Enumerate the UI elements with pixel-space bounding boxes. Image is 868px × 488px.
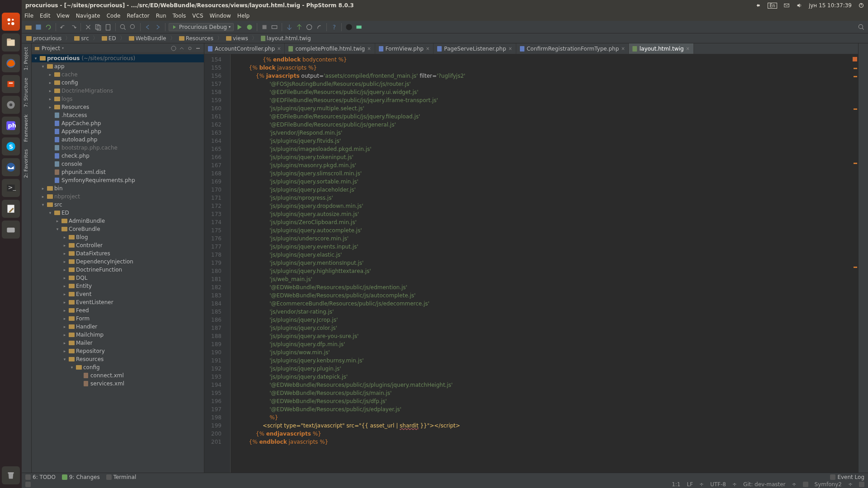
line-separator[interactable]: LF xyxy=(687,481,693,488)
menu-window[interactable]: Window xyxy=(210,13,231,19)
vcs-history-icon[interactable] xyxy=(305,23,313,31)
tree-row[interactable]: ▸AdminBundle xyxy=(32,217,204,225)
tree-expand-icon[interactable]: ▸ xyxy=(62,267,67,272)
tree-row[interactable]: ▾src xyxy=(32,201,204,209)
tree-expand-icon[interactable]: ▸ xyxy=(62,243,67,248)
keyboard-layout-indicator[interactable]: En xyxy=(768,3,777,9)
menu-refactor[interactable]: Refactor xyxy=(127,13,149,19)
tree-row[interactable]: AppKernel.php xyxy=(32,127,204,136)
mail-icon[interactable] xyxy=(783,2,790,9)
tree-expand-icon[interactable]: ▸ xyxy=(48,72,52,77)
tree-row[interactable]: SymfonyRequirements.php xyxy=(32,176,204,184)
tree-row[interactable]: ▸DoctrineFunction xyxy=(32,266,204,274)
tree-row[interactable]: ▸Event xyxy=(32,290,204,298)
tree-row[interactable]: ▸bin xyxy=(32,184,204,192)
tree-row[interactable]: connect.xml xyxy=(32,371,204,380)
tree-row[interactable]: ▸Feed xyxy=(32,306,204,314)
launcher-files-icon[interactable] xyxy=(2,33,20,52)
menu-file[interactable]: File xyxy=(24,13,33,19)
tree-expand-icon[interactable]: ▾ xyxy=(48,211,52,215)
power-icon[interactable] xyxy=(858,2,864,9)
tree-row[interactable]: console xyxy=(32,160,204,168)
tree-row[interactable]: ▸DQL xyxy=(32,274,204,282)
memory-indicator-icon[interactable] xyxy=(859,482,864,487)
launcher-device-icon[interactable] xyxy=(2,221,20,239)
forward-icon[interactable] xyxy=(154,23,162,31)
launcher-phpstorm-icon[interactable]: php xyxy=(2,117,20,135)
find-icon[interactable] xyxy=(119,23,127,31)
tree-row[interactable]: ▾procurious(~/sites/procurious) xyxy=(32,54,204,62)
tree-expand-icon[interactable]: ▸ xyxy=(62,324,67,329)
tree-row[interactable]: ▸Controller xyxy=(32,241,204,249)
tree-expand-icon[interactable]: ▸ xyxy=(62,341,67,345)
tree-row[interactable]: autoload.php xyxy=(32,136,204,144)
tool-windows-toggle-icon[interactable] xyxy=(25,482,31,487)
tree-expand-icon[interactable]: ▸ xyxy=(41,186,45,191)
warning-mark[interactable] xyxy=(854,267,857,268)
tree-expand-icon[interactable]: ▸ xyxy=(48,105,52,109)
tree-row[interactable]: ▸Form xyxy=(32,314,204,323)
run-icon[interactable] xyxy=(236,23,244,31)
todo-tool-button[interactable]: 6: TODO xyxy=(25,474,56,480)
tree-row[interactable]: ▸EventListener xyxy=(32,298,204,306)
terminal-tool-button[interactable]: Terminal xyxy=(106,474,137,480)
collapse-all-icon[interactable] xyxy=(179,45,185,52)
tree-expand-icon[interactable]: ▸ xyxy=(48,89,52,93)
menu-help[interactable]: Help xyxy=(237,13,250,19)
clock[interactable]: јун 15 10:37:39 xyxy=(809,2,852,9)
hide-panel-icon[interactable] xyxy=(195,45,201,52)
breadcrumb-item[interactable]: views xyxy=(224,35,250,42)
tree-row[interactable]: ▸Repository xyxy=(32,347,204,355)
launcher-dash-icon[interactable] xyxy=(2,13,20,31)
vcs-revert-icon[interactable] xyxy=(315,23,323,31)
close-tab-icon[interactable]: × xyxy=(686,46,689,51)
vcs-commit-icon[interactable] xyxy=(295,23,303,31)
sync-icon[interactable] xyxy=(755,2,761,9)
cut-icon[interactable] xyxy=(84,23,92,31)
tree-row[interactable]: services.xml xyxy=(32,380,204,388)
editor-tab[interactable]: FormView.php× xyxy=(375,43,434,54)
panel-settings-icon[interactable] xyxy=(187,45,193,52)
refresh-icon[interactable] xyxy=(44,23,52,31)
framework-indicator[interactable]: Symfony2 xyxy=(815,481,842,488)
breadcrumb-item[interactable]: src xyxy=(72,35,91,42)
tree-row[interactable]: ▸DependencyInjection xyxy=(32,258,204,266)
launcher-firefox-icon[interactable] xyxy=(2,54,20,72)
tree-expand-icon[interactable]: ▾ xyxy=(41,202,45,207)
tree-expand-icon[interactable]: ▸ xyxy=(62,316,67,321)
tree-expand-icon[interactable]: ▸ xyxy=(62,235,67,239)
tree-expand-icon[interactable]: ▸ xyxy=(48,97,52,101)
editor-tab[interactable]: AccountController.php× xyxy=(204,43,285,54)
tool-tab[interactable]: 7: Structure xyxy=(22,74,30,111)
tree-row[interactable]: ▸DataFixtures xyxy=(32,249,204,258)
tool-tab[interactable]: 1: Project xyxy=(22,43,30,74)
launcher-software-icon[interactable] xyxy=(2,75,20,93)
close-tab-icon[interactable]: × xyxy=(509,46,512,51)
breadcrumb-item[interactable]: procurious xyxy=(24,35,63,42)
vcs-update-icon[interactable] xyxy=(285,23,293,31)
tree-row[interactable]: AppCache.php xyxy=(32,119,204,127)
menu-view[interactable]: View xyxy=(57,13,69,19)
editor-tab[interactable]: PageServeListener.php× xyxy=(434,43,516,54)
tree-expand-icon[interactable]: ▸ xyxy=(62,300,67,305)
breadcrumb-item[interactable]: WebBundle xyxy=(127,35,168,42)
editor-tab[interactable]: layout.html.twig× xyxy=(629,43,693,54)
tree-row[interactable]: ▸Mailer xyxy=(32,339,204,347)
open-file-icon[interactable] xyxy=(24,23,33,31)
run-config-dropdown[interactable]: Procurious Debug▾ xyxy=(169,23,234,31)
stop-icon[interactable] xyxy=(260,23,269,31)
changes-tool-button[interactable]: 9: Changes xyxy=(62,474,100,480)
undo-icon[interactable] xyxy=(59,23,67,31)
close-tab-icon[interactable]: × xyxy=(367,46,371,51)
close-tab-icon[interactable]: × xyxy=(621,46,625,51)
menu-tools[interactable]: Tools xyxy=(173,13,186,19)
tree-row[interactable]: ▾app xyxy=(32,62,204,70)
tree-row[interactable]: ▾config xyxy=(32,363,204,371)
sf-icon-2[interactable] xyxy=(355,23,363,31)
git-branch[interactable]: Git: dev-master xyxy=(743,481,786,488)
attach-icon[interactable] xyxy=(270,23,278,31)
volume-icon[interactable] xyxy=(796,2,802,9)
tree-expand-icon[interactable]: ▸ xyxy=(62,292,67,296)
tree-expand-icon[interactable]: ▸ xyxy=(62,284,67,288)
tree-row[interactable]: ▸DoctrineMigrations xyxy=(32,87,204,95)
